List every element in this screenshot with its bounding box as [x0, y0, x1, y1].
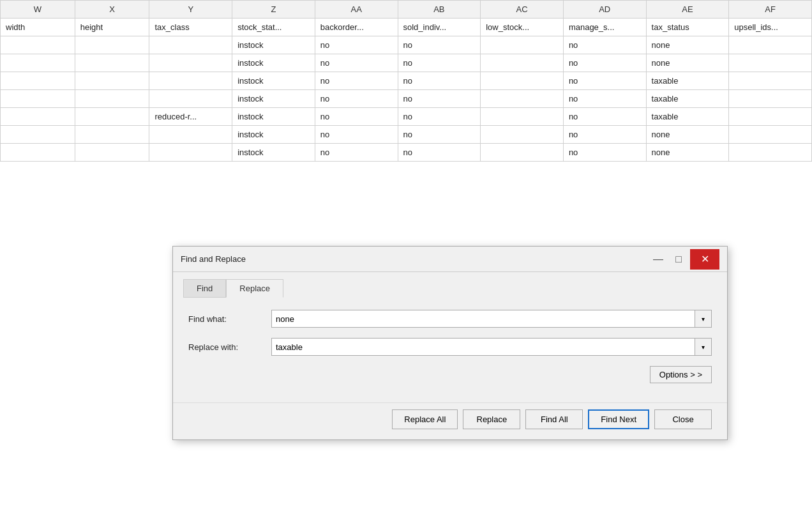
cell-x-6[interactable]	[75, 144, 149, 162]
cell-ae-4[interactable]: taxable	[646, 108, 729, 126]
cell-w-0[interactable]	[1, 36, 75, 54]
cell-w-5[interactable]	[1, 126, 75, 144]
cell-w-2[interactable]	[1, 72, 75, 90]
cell-z-0[interactable]: instock	[232, 36, 315, 54]
cell-af-4[interactable]	[729, 108, 812, 126]
tab-find[interactable]: Find	[183, 279, 226, 298]
cell-x-4[interactable]	[75, 108, 149, 126]
minimize-button[interactable]: —	[649, 252, 667, 267]
replace-button[interactable]: Replace	[463, 409, 520, 429]
cell-ab-3[interactable]: no	[398, 90, 481, 108]
tab-replace[interactable]: Replace	[226, 279, 283, 298]
cell-x-0[interactable]	[75, 36, 149, 54]
cell-af-0[interactable]	[729, 36, 812, 54]
cell-aa-1[interactable]: no	[315, 54, 398, 72]
cell-ad-5[interactable]: no	[563, 126, 646, 144]
cell-af-6[interactable]	[729, 144, 812, 162]
find-what-dropdown[interactable]: ▾	[695, 310, 712, 328]
cell-z-1[interactable]: instock	[232, 54, 315, 72]
cell-ab-4[interactable]: no	[398, 108, 481, 126]
cell-ac-1[interactable]	[481, 54, 564, 72]
close-dialog-button[interactable]: Close	[654, 409, 712, 429]
cell-aa-5[interactable]: no	[315, 126, 398, 144]
col-header-w[interactable]: W	[1, 1, 75, 19]
cell-z-6[interactable]: instock	[232, 144, 315, 162]
cell-x-1[interactable]	[75, 54, 149, 72]
col-header-ac[interactable]: AC	[481, 1, 564, 19]
cell-ae-2[interactable]: taxable	[646, 72, 729, 90]
cell-ab-1[interactable]: no	[398, 54, 481, 72]
cell-y-6[interactable]	[149, 144, 232, 162]
cell-x-2[interactable]	[75, 72, 149, 90]
col-header-ae[interactable]: AE	[646, 1, 729, 19]
cell-ac-0[interactable]	[481, 36, 564, 54]
cell-aa-4[interactable]: no	[315, 108, 398, 126]
table-row: instocknonononone	[1, 36, 812, 54]
col-header-aa[interactable]: AA	[315, 1, 398, 19]
cell-x-5[interactable]	[75, 126, 149, 144]
cell-af-2[interactable]	[729, 72, 812, 90]
cell-w-3[interactable]	[1, 90, 75, 108]
cell-y-3[interactable]	[149, 90, 232, 108]
cell-aa-6[interactable]: no	[315, 144, 398, 162]
replace-all-button[interactable]: Replace All	[392, 409, 458, 429]
cell-ab-2[interactable]: no	[398, 72, 481, 90]
find-all-button[interactable]: Find All	[525, 409, 583, 429]
replace-with-input[interactable]	[271, 338, 695, 356]
cell-z-3[interactable]: instock	[232, 90, 315, 108]
cell-ad-0[interactable]: no	[563, 36, 646, 54]
col-header-ab[interactable]: AB	[398, 1, 481, 19]
col-header-z[interactable]: Z	[232, 1, 315, 19]
cell-aa-2[interactable]: no	[315, 72, 398, 90]
cell-ab-6[interactable]: no	[398, 144, 481, 162]
cell-ad-3[interactable]: no	[563, 90, 646, 108]
cell-ae-0[interactable]: none	[646, 36, 729, 54]
close-button[interactable]: ✕	[690, 249, 719, 270]
col-header-y[interactable]: Y	[149, 1, 232, 19]
cell-ac-4[interactable]	[481, 108, 564, 126]
cell-ad-1[interactable]: no	[563, 54, 646, 72]
cell-z-2[interactable]: instock	[232, 72, 315, 90]
find-what-input[interactable]	[271, 310, 695, 328]
cell-w-6[interactable]	[1, 144, 75, 162]
cell-y-1[interactable]	[149, 54, 232, 72]
cell-ad-4[interactable]: no	[563, 108, 646, 126]
cell-af-3[interactable]	[729, 90, 812, 108]
cell-y-0[interactable]	[149, 36, 232, 54]
cell-ad-6[interactable]: no	[563, 144, 646, 162]
find-what-label: Find what:	[188, 314, 271, 324]
cell-w-1[interactable]	[1, 54, 75, 72]
col-header-ad[interactable]: AD	[563, 1, 646, 19]
dialog-footer: Replace All Replace Find All Find Next C…	[173, 402, 727, 439]
cell-x-3[interactable]	[75, 90, 149, 108]
cell-ac-5[interactable]	[481, 126, 564, 144]
cell-y-5[interactable]	[149, 126, 232, 144]
col-header-x[interactable]: X	[75, 1, 149, 19]
cell-ac-3[interactable]	[481, 90, 564, 108]
cell-ac-6[interactable]	[481, 144, 564, 162]
cell-af-1[interactable]	[729, 54, 812, 72]
cell-z-5[interactable]: instock	[232, 126, 315, 144]
subheader-aa: backorder...	[315, 19, 398, 36]
cell-ab-0[interactable]: no	[398, 36, 481, 54]
table-row: instocknonononone	[1, 54, 812, 72]
cell-ae-5[interactable]: none	[646, 126, 729, 144]
cell-af-5[interactable]	[729, 126, 812, 144]
col-header-af[interactable]: AF	[729, 1, 812, 19]
cell-w-4[interactable]	[1, 108, 75, 126]
cell-ae-6[interactable]: none	[646, 144, 729, 162]
find-next-button[interactable]: Find Next	[588, 409, 649, 429]
cell-z-4[interactable]: instock	[232, 108, 315, 126]
maximize-button[interactable]: □	[670, 252, 688, 267]
cell-ae-3[interactable]: taxable	[646, 90, 729, 108]
cell-ae-1[interactable]: none	[646, 54, 729, 72]
cell-y-4[interactable]: reduced-r...	[149, 108, 232, 126]
cell-ab-5[interactable]: no	[398, 126, 481, 144]
options-button[interactable]: Options > >	[650, 366, 712, 383]
cell-ad-2[interactable]: no	[563, 72, 646, 90]
cell-aa-3[interactable]: no	[315, 90, 398, 108]
cell-aa-0[interactable]: no	[315, 36, 398, 54]
cell-y-2[interactable]	[149, 72, 232, 90]
cell-ac-2[interactable]	[481, 72, 564, 90]
replace-with-dropdown[interactable]: ▾	[695, 338, 712, 356]
